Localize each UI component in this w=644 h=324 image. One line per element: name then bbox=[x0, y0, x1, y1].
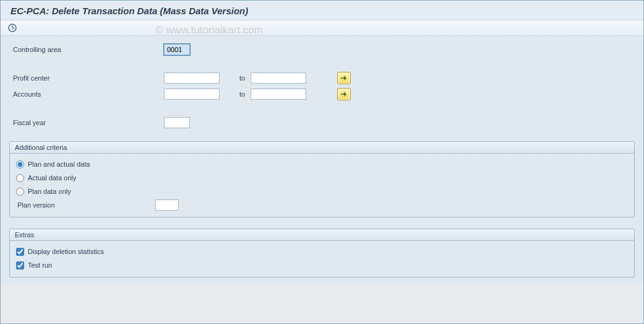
accounts-to-input[interactable] bbox=[251, 89, 306, 100]
plan-only-label: Plan data only bbox=[28, 188, 71, 195]
accounts-label: Accounts bbox=[9, 90, 164, 98]
accounts-multiple-button[interactable] bbox=[337, 88, 351, 100]
plan-and-actual-label: Plan and actual data bbox=[28, 160, 90, 168]
svg-line-2 bbox=[12, 28, 14, 28]
profit-center-to-input[interactable] bbox=[251, 72, 306, 84]
profit-center-label: Profit center bbox=[9, 74, 164, 82]
display-stats-label: Display deletion statistics bbox=[28, 248, 104, 255]
profit-center-to-label: to bbox=[220, 74, 251, 82]
test-run-label: Test run bbox=[28, 261, 52, 269]
fiscal-year-label: Fiscal year bbox=[9, 119, 164, 126]
accounts-to-label: to bbox=[220, 90, 251, 98]
execute-icon[interactable] bbox=[7, 22, 18, 33]
arrow-right-icon bbox=[340, 91, 348, 97]
additional-criteria-title: Additional criteria bbox=[10, 142, 634, 154]
plan-version-input[interactable] bbox=[155, 199, 179, 211]
plan-version-label: Plan version bbox=[16, 201, 155, 209]
accounts-from-input[interactable] bbox=[164, 89, 220, 100]
profit-center-from-input[interactable] bbox=[164, 72, 220, 84]
profit-center-multiple-button[interactable] bbox=[337, 72, 351, 84]
toolbar bbox=[1, 20, 643, 36]
fiscal-year-input[interactable] bbox=[164, 117, 190, 128]
plan-only-radio[interactable] bbox=[16, 188, 24, 196]
additional-criteria-group: Additional criteria Plan and actual data… bbox=[9, 141, 635, 217]
display-stats-checkbox[interactable] bbox=[16, 248, 24, 256]
main-content: Controlling area Profit center to Accoun… bbox=[1, 36, 643, 284]
extras-group: Extras Display deletion statistics Test … bbox=[9, 229, 635, 278]
controlling-area-input[interactable] bbox=[164, 44, 190, 55]
test-run-checkbox[interactable] bbox=[16, 261, 24, 269]
controlling-area-label: Controlling area bbox=[9, 46, 164, 53]
page-title: EC-PCA: Delete Transaction Data (Mass Da… bbox=[1, 1, 643, 20]
extras-title: Extras bbox=[10, 229, 634, 241]
actual-only-label: Actual data only bbox=[28, 174, 76, 182]
actual-only-radio[interactable] bbox=[16, 174, 24, 182]
plan-and-actual-radio[interactable] bbox=[16, 160, 24, 169]
arrow-right-icon bbox=[340, 75, 348, 81]
